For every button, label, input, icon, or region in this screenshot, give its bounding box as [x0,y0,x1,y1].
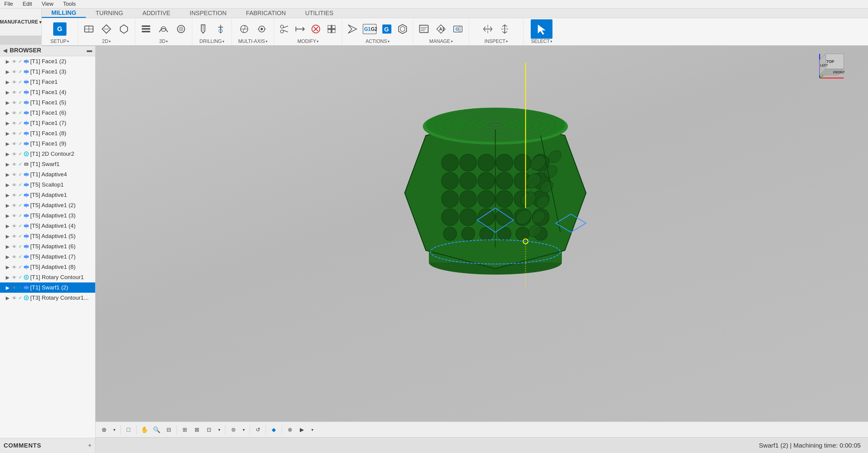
tab-utilities[interactable]: UTILITIES [296,8,343,18]
vp-btn-display3[interactable]: ⊡ [204,424,214,435]
inspect-tool-2[interactable] [497,20,513,38]
menu-item-view[interactable]: View [40,0,55,8]
tree-item-face1[interactable]: ▶ 👁✓ [T1] Face1 [0,77,95,87]
op-gray-icon [24,161,29,167]
actions-tool-hex[interactable] [395,20,410,38]
vp-btn-dropdown-3[interactable]: ▾ [240,424,247,435]
2d-tool-3[interactable] [116,20,132,38]
modify-tool-grid[interactable] [324,20,339,38]
drilling-tool-1[interactable] [195,20,211,38]
vp-btn-box[interactable]: □ [123,424,134,435]
2d-tool-1[interactable] [81,20,97,38]
select-tool-cursor[interactable] [531,19,553,39]
select-group-label[interactable]: SELECT ▾ [531,39,552,44]
actions-tool-g1g2[interactable]: G1 G2 [361,20,378,38]
drilling-group-label[interactable]: DRILLING ▾ [199,39,224,44]
vp-btn-dropdown-1[interactable]: ▾ [111,424,118,435]
inspect-tool-1[interactable] [480,20,496,38]
tree-item-face1-7[interactable]: ▶ 👁✓ [T1] Face1 (7) [0,118,95,128]
tree-item-face1-6[interactable]: ▶ 👁✓ [T1] Face1 (6) [0,108,95,118]
tree-item-adaptive1-3[interactable]: ▶ 👁✓ [T5] Adaptive1 (3) [0,210,95,221]
3d-tool-1[interactable] [138,20,154,38]
vp-btn-zoom[interactable]: 🔍 [151,424,162,435]
tree-item-face1-8[interactable]: ▶ 👁✓ [T1] Face1 (8) [0,128,95,139]
vp-btn-display[interactable]: ⊞ [179,424,190,435]
view-cube[interactable]: TOP FRONT LEFT [814,48,850,84]
menu-item-tools[interactable]: Tools [61,0,78,8]
tree-item-face1-9[interactable]: ▶ 👁✓ [T1] Face1 (9) [0,139,95,149]
tree-item-adaptive4[interactable]: ▶ 👁✓ [T1] Adaptive4 [0,169,95,180]
tree-item-2d-contour2[interactable]: ▶ 👁✓ [T1] 2D Contour2 [0,149,95,159]
vp-btn-dropdown-4[interactable]: ▾ [309,424,316,435]
eye-icon: 👁 [11,285,17,290]
tab-fabrication[interactable]: FABRICATION [236,8,296,18]
actions-group-label[interactable]: ACTIONS ▾ [365,39,389,44]
modify-tool-x[interactable] [309,20,323,38]
viewport-bottom-toolbar: ⊕ ▾ □ ✋ 🔍 ⊟ ⊞ ⊠ ⊡ ▾ ⊚ ▾ ↺ ◆ ⊗ ▶ ▾ [95,422,868,437]
tab-turning[interactable]: TURNING [86,8,133,18]
vp-btn-dropdown-2[interactable]: ▾ [216,424,223,435]
tab-additive[interactable]: ADDITIVE [133,8,180,18]
tree-item-adaptive1[interactable]: ▶ 👁✓ [T5] Adaptive1 [0,190,95,200]
multiaxis-tool-1[interactable] [236,20,252,38]
tree-item-swarf1-2[interactable]: ▶ 👁✓ [T1] Swarf1 (2) [0,282,95,293]
sidebar-back-button[interactable]: ◀ [3,47,7,54]
menu-item-file[interactable]: File [2,0,15,8]
sidebar-collapse-button[interactable]: ▬ [87,47,92,54]
2d-group-label[interactable]: 2D ▾ [102,39,111,44]
manage-tool-3[interactable]: G [450,20,466,38]
vp-btn-play[interactable]: ▶ [297,424,307,435]
multiaxis-tool-2[interactable] [254,20,270,38]
tree-item-face1-3[interactable]: ▶ 👁✓ [T1] Face1 (3) [0,66,95,77]
tree-item-adaptive1-4[interactable]: ▶ 👁✓ [T5] Adaptive1 (4) [0,221,95,231]
eye-icon: 👁 [11,193,17,198]
modify-tool-scissors[interactable] [277,20,292,38]
vp-btn-target[interactable]: ⊗ [284,424,295,435]
multiaxis-group-label[interactable]: MULTI-AXIS ▾ [238,39,268,44]
drilling-tool-2[interactable] [213,20,228,38]
tree-item-rotary-contour1-t3[interactable]: ▶ 👁✓ [T3] Rotary Contour1... [0,293,95,303]
setup-button[interactable]: G [49,20,70,38]
manage-tool-2[interactable]: A1 [433,20,449,38]
tree-item-adaptive1-5[interactable]: ▶ 👁✓ [T5] Adaptive1 (5) [0,231,95,241]
vp-btn-hand[interactable]: ✋ [139,424,150,435]
op-blue-icon [24,182,29,187]
tree-item-adaptive1-7[interactable]: ▶ 👁✓ [T5] Adaptive1 (7) [0,251,95,262]
vp-btn-display2[interactable]: ⊠ [191,424,202,435]
tree-item-adaptive1-2[interactable]: ▶ 👁✓ [T5] Adaptive1 (2) [0,200,95,210]
tree-item-face1-4[interactable]: ▶ 👁✓ [T1] Face1 (4) [0,87,95,97]
manage-group-label[interactable]: MANAGE ▾ [429,39,453,44]
vp-btn-diamond[interactable]: ◆ [268,424,279,435]
tab-inspection[interactable]: INSPECTION [180,8,236,18]
manage-icon-1 [418,24,430,34]
manage-tool-1[interactable] [416,20,432,38]
menu-item-edit[interactable]: Edit [21,0,34,8]
tree-item-swarf1[interactable]: ▶ 👁✓ [T1] Swarf1 [0,159,95,169]
vp-btn-crosshair[interactable]: ⊕ [98,424,110,435]
3d-tool-3[interactable] [173,20,189,38]
tree-item-face1-2[interactable]: ▶ 👁✓ [T1] Face1 (2) [0,56,95,66]
modify-tool-arrow[interactable] [293,20,307,38]
tree-item-rotary-contour1[interactable]: ▶ 👁✓ [T1] Rotary Contour1 [0,272,95,282]
comments-add-button[interactable]: + [88,442,92,449]
vp-btn-refresh[interactable]: ↺ [252,424,263,435]
vp-btn-zoomfit[interactable]: ⊟ [163,424,174,435]
actions-tool-g[interactable]: G [380,20,394,38]
tree-item-adaptive1-6[interactable]: ▶ 👁✓ [T5] Adaptive1 (6) [0,241,95,251]
svg-point-131 [460,190,476,207]
check-icon: ✓ [18,192,23,198]
manufacture-button[interactable]: MANUFACTURE ▾ [0,8,42,36]
setup-group-label[interactable]: SETUP ▾ [51,39,69,44]
2d-tool-2[interactable] [98,20,114,38]
tree-item-scallop1[interactable]: ▶ 👁✓ [T5] Scallop1 [0,180,95,190]
op-blue-icon [24,192,29,198]
vp-btn-render[interactable]: ⊚ [228,424,239,435]
modify-group-label[interactable]: MODIFY ▾ [298,39,318,44]
3d-tool-2[interactable] [156,20,172,38]
3d-group-label[interactable]: 3D ▾ [159,39,168,44]
tree-item-adaptive1-8[interactable]: ▶ 👁✓ [T5] Adaptive1 (8) [0,262,95,272]
inspect-group-label[interactable]: INSPECT ▾ [485,39,508,44]
actions-tool-1[interactable] [345,20,360,38]
tab-milling[interactable]: MILLING [42,8,86,18]
tree-item-face1-5[interactable]: ▶ 👁✓ [T1] Face1 (5) [0,97,95,108]
